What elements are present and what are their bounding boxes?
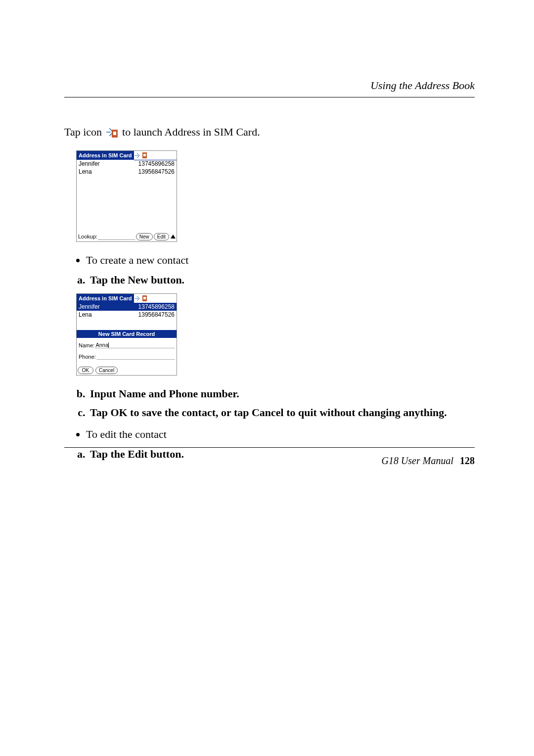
footer-rule <box>64 447 475 448</box>
palm-title-bar: Address in SIM Card <box>77 151 177 160</box>
name-input[interactable]: Anna <box>95 342 175 348</box>
contact-name: Lena <box>79 168 92 176</box>
screenshot-sim-list: Address in SIM Card Jennifer 13745896258… <box>76 150 475 242</box>
arrow-icon <box>135 152 141 158</box>
name-label: Name: <box>79 342 94 348</box>
palm-body-with-dialog: Jennifer 13745896258 Lena 13956847526 Ne… <box>77 303 177 375</box>
intro-text-after: to launch Address in SIM Card. <box>122 126 260 138</box>
phone-field-row: Phone: <box>79 353 175 360</box>
chip-icon <box>142 152 147 158</box>
palm-window-1: Address in SIM Card Jennifer 13745896258… <box>76 150 177 242</box>
step-c: Tap OK to save the contact, or tap Cance… <box>88 404 475 421</box>
step-a1: Tap the New button. <box>88 272 475 288</box>
name-field-row: Name: Anna <box>79 342 175 348</box>
dialog-title: New SIM Card Record <box>77 330 177 338</box>
contact-name: Jennifer <box>79 303 100 311</box>
contact-phone: 13956847526 <box>138 168 175 176</box>
contact-name: Lena <box>79 311 92 319</box>
dialog-buttons: OK Cancel <box>77 367 177 375</box>
palm-title-text: Address in SIM Card <box>77 151 134 160</box>
edit-button[interactable]: Edit <box>154 233 169 240</box>
bullet-create: To create a new contact <box>86 252 475 269</box>
palm-toolbar: Lookup: New Edit <box>77 232 177 241</box>
dialog-body: Name: Anna Phone: <box>77 338 177 367</box>
list-item[interactable]: Lena 13956847526 <box>77 311 177 319</box>
contact-name: Jennifer <box>79 160 100 168</box>
contact-list: Jennifer 13745896258 Lena 13956847526 <box>77 160 177 232</box>
palm-title-icons <box>134 294 177 303</box>
page-footer: G18 User Manual 128 <box>381 455 475 467</box>
bullet-edit: To edit the contact <box>86 426 475 443</box>
cancel-button[interactable]: Cancel <box>95 367 118 374</box>
step-b: Input Name and Phone number. <box>88 385 475 402</box>
name-value: Anna <box>95 342 108 348</box>
list-item[interactable]: Lena 13956847526 <box>77 168 177 176</box>
list-item[interactable]: Jennifer 13745896258 <box>77 160 177 168</box>
ok-button[interactable]: OK <box>78 367 93 374</box>
arrow-icon <box>135 295 141 301</box>
new-button[interactable]: New <box>136 233 153 240</box>
intro-paragraph: Tap icon to launch Address in SIM Card. <box>64 124 475 141</box>
palm-window-2: Address in SIM Card Jennifer 13745896258… <box>76 293 177 376</box>
phone-label: Phone: <box>79 354 96 360</box>
chip-icon <box>142 295 147 301</box>
contact-phone: 13745896258 <box>138 303 175 311</box>
page-header: Using the Address Book <box>370 79 475 92</box>
sim-card-icon <box>107 128 118 138</box>
palm-title-bar: Address in SIM Card <box>77 294 177 303</box>
phone-input[interactable] <box>97 353 175 360</box>
list-item[interactable]: Jennifer 13745896258 <box>77 303 177 311</box>
intro-text-before: Tap icon <box>64 126 105 138</box>
palm-title-icons <box>134 151 177 160</box>
lookup-label: Lookup: <box>78 234 97 239</box>
footer-page-number: 128 <box>456 455 475 466</box>
contact-phone: 13745896258 <box>138 160 175 168</box>
screenshot-new-record: Address in SIM Card Jennifer 13745896258… <box>76 293 475 376</box>
footer-manual-name: G18 User Manual <box>381 455 453 466</box>
contact-phone: 13956847526 <box>138 311 175 319</box>
header-rule <box>64 97 475 97</box>
menu-arrow-icon[interactable] <box>171 235 176 238</box>
palm-title-text: Address in SIM Card <box>77 294 134 303</box>
lookup-input[interactable] <box>98 234 135 240</box>
